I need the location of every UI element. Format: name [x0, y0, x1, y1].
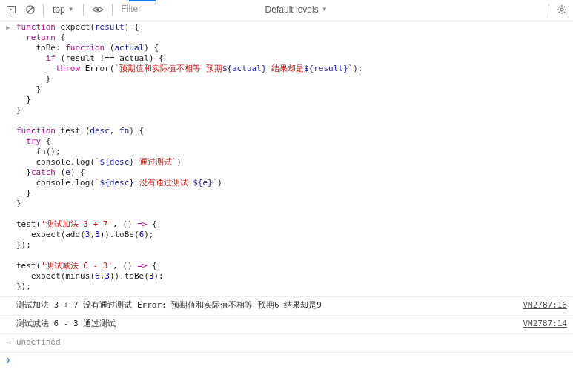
svg-line-10 — [559, 6, 560, 7]
active-tab-indicator — [129, 0, 156, 1]
input-marker-icon — [0, 21, 16, 32]
filter-input[interactable] — [119, 2, 259, 16]
log-levels-label: Default levels — [265, 4, 319, 15]
toolbar-separator — [43, 4, 44, 16]
chevron-down-icon: ▼ — [68, 6, 74, 13]
svg-marker-1 — [10, 8, 13, 11]
execution-context-select[interactable]: top ▼ — [50, 4, 77, 15]
console-return-row: undefined — [0, 334, 573, 353]
log-message: 测试加法 3 + 7 没有通过测试 Error: 预期值和实际值不相等 预期6 … — [16, 299, 523, 313]
code-block[interactable]: function expect(result) { return { toBe:… — [16, 21, 573, 295]
log-gutter — [0, 299, 16, 300]
return-value: undefined — [16, 336, 573, 351]
log-source-link[interactable]: VM2787:14 — [523, 317, 573, 328]
console-input-row: function expect(result) { return { toBe:… — [0, 19, 573, 297]
log-message: 测试减法 6 - 3 通过测试 — [16, 317, 523, 332]
log-source-link[interactable]: VM2787:16 — [523, 299, 573, 310]
log-levels-select[interactable]: Default levels ▼ — [265, 4, 328, 15]
svg-point-4 — [96, 8, 99, 11]
output-marker-icon — [0, 336, 16, 347]
log-gutter — [0, 317, 16, 319]
toolbar-separator — [549, 4, 549, 16]
toolbar-separator — [112, 4, 113, 16]
console-toolbar: top ▼ Default levels ▼ — [0, 0, 573, 19]
chevron-down-icon: ▼ — [322, 6, 328, 13]
live-expression-icon[interactable] — [91, 3, 105, 16]
prompt-marker-icon: ❯ — [0, 354, 16, 364]
settings-icon[interactable] — [555, 3, 569, 16]
svg-line-13 — [564, 6, 565, 7]
prompt-input[interactable] — [16, 354, 573, 359]
svg-line-3 — [27, 7, 33, 12]
svg-line-12 — [559, 11, 560, 12]
console-prompt-row[interactable]: ❯ — [0, 353, 573, 365]
console-body: function expect(result) { return { toBe:… — [0, 19, 573, 392]
toggle-sidebar-icon[interactable] — [4, 3, 18, 16]
svg-point-5 — [560, 8, 563, 11]
svg-line-11 — [564, 11, 565, 12]
toolbar-separator — [83, 4, 84, 16]
console-log-row: 测试减法 6 - 3 通过测试VM2787:14 — [0, 316, 573, 334]
execution-context-label: top — [53, 4, 65, 15]
clear-console-icon[interactable] — [24, 3, 37, 16]
console-log-row: 测试加法 3 + 7 没有通过测试 Error: 预期值和实际值不相等 预期6 … — [0, 297, 573, 316]
